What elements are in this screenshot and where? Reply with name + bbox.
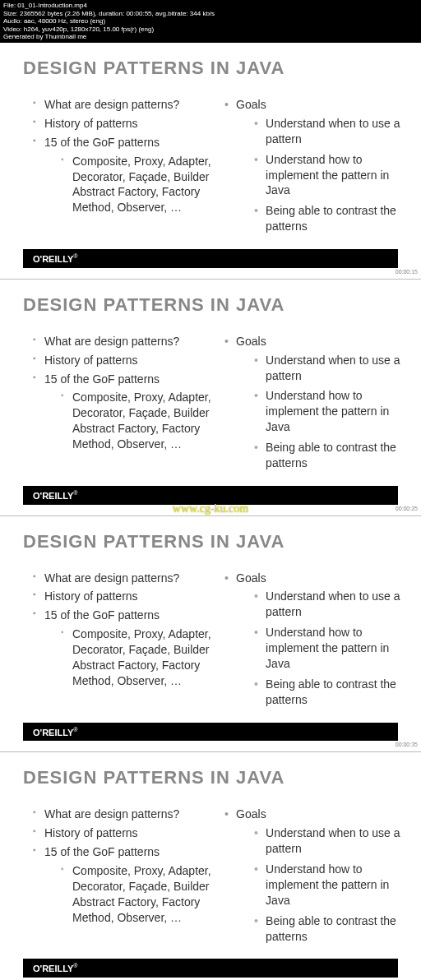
col-left: What are design patterns? History of pat…: [23, 571, 218, 713]
timestamp: 00:00:25: [396, 506, 418, 511]
footer-brand: O'REILLY: [33, 964, 73, 973]
sub-item: Understand how to implement the pattern …: [254, 152, 405, 199]
col-left: What are design patterns? History of pat…: [23, 334, 218, 476]
list-item-label: Goals: [236, 807, 266, 821]
list-item: What are design patterns?: [33, 807, 218, 822]
list-item: Goals Understand when to use a pattern U…: [224, 807, 405, 944]
reg-mark: ®: [73, 253, 77, 259]
thumbnail-slide: DESIGN PATTERNS IN JAVA What are design …: [0, 43, 421, 268]
timestamp-row: 00:00:35: [0, 741, 421, 752]
list-item: History of patterns: [33, 589, 218, 604]
meta-generator: Generated by Thumbnail me: [3, 33, 418, 41]
list-item: What are design patterns?: [33, 334, 218, 349]
slide-columns: What are design patterns? History of pat…: [23, 97, 398, 239]
watermark: www.cg-ku.com: [173, 502, 248, 515]
left-list: What are design patterns? History of pat…: [23, 807, 218, 925]
footer-bar: O'REILLY®: [23, 723, 398, 742]
thumbnail-slide: DESIGN PATTERNS IN JAVA What are design …: [0, 280, 421, 505]
col-right: Goals Understand when to use a pattern U…: [224, 97, 405, 239]
list-item-label: Goals: [236, 98, 266, 111]
footer-brand: O'REILLY: [33, 491, 73, 501]
list-item: 15 of the GoF patterns Composite, Proxy,…: [33, 844, 218, 925]
list-item: History of patterns: [33, 825, 218, 841]
sub-item: Being able to contrast the patterns: [254, 440, 405, 471]
col-right: Goals Understand when to use a pattern U…: [224, 807, 405, 949]
right-sub-list: Understand when to use a pattern Underst…: [236, 353, 405, 471]
col-right: Goals Understand when to use a pattern U…: [224, 334, 405, 476]
sub-item: Composite, Proxy, Adapter, Decorator, Fa…: [61, 390, 218, 452]
col-left: What are design patterns? History of pat…: [23, 807, 218, 949]
list-item: Goals Understand when to use a pattern U…: [224, 571, 405, 708]
left-sub-list: Composite, Proxy, Adapter, Decorator, Fa…: [44, 863, 218, 926]
list-item: What are design patterns?: [33, 571, 218, 586]
sub-item: Composite, Proxy, Adapter, Decorator, Fa…: [61, 863, 218, 926]
right-list: Goals Understand when to use a pattern U…: [224, 97, 405, 234]
list-item-label: 15 of the GoF patterns: [44, 372, 160, 386]
footer-bar: O'REILLY®: [23, 959, 398, 978]
meta-size: Size: 2365562 bytes (2.26 MiB), duration…: [3, 10, 418, 18]
meta-audio: Audio: aac, 48000 Hz, stereo (eng): [3, 17, 418, 25]
sub-item: Understand when to use a pattern: [254, 116, 405, 147]
sub-item: Being able to contrast the patterns: [254, 913, 405, 945]
left-sub-list: Composite, Proxy, Adapter, Decorator, Fa…: [44, 390, 218, 452]
reg-mark: ®: [73, 963, 77, 968]
slide-title: DESIGN PATTERNS IN JAVA: [23, 58, 398, 79]
timestamp: 00:00:15: [396, 269, 418, 275]
reg-mark: ®: [73, 727, 77, 733]
right-sub-list: Understand when to use a pattern Underst…: [236, 825, 405, 944]
list-item-label: 15 of the GoF patterns: [44, 845, 160, 858]
sub-item: Being able to contrast the patterns: [254, 203, 405, 234]
list-item-label: Goals: [236, 335, 266, 348]
sub-item: Composite, Proxy, Adapter, Decorator, Fa…: [61, 626, 218, 689]
right-sub-list: Understand when to use a pattern Underst…: [236, 589, 405, 707]
sub-item: Being able to contrast the patterns: [254, 677, 405, 708]
sub-item: Understand how to implement the pattern …: [254, 388, 405, 435]
left-sub-list: Composite, Proxy, Adapter, Decorator, Fa…: [44, 626, 218, 689]
list-item: 15 of the GoF patterns Composite, Proxy,…: [33, 135, 218, 215]
slide-columns: What are design patterns? History of pat…: [23, 571, 398, 713]
meta-video: Video: h264, yuv420p, 1280x720, 15.00 fp…: [3, 25, 418, 34]
thumbnail-slide: DESIGN PATTERNS IN JAVA What are design …: [0, 516, 421, 742]
slide-title: DESIGN PATTERNS IN JAVA: [23, 767, 398, 788]
list-item: 15 of the GoF patterns Composite, Proxy,…: [33, 372, 218, 452]
left-list: What are design patterns? History of pat…: [23, 97, 218, 215]
timestamp-row: 00:00:15: [0, 268, 421, 280]
sub-item: Understand when to use a pattern: [254, 353, 405, 384]
right-list: Goals Understand when to use a pattern U…: [224, 571, 405, 708]
list-item-label: 15 of the GoF patterns: [44, 136, 160, 149]
col-right: Goals Understand when to use a pattern U…: [224, 571, 405, 713]
slide-columns: What are design patterns? History of pat…: [23, 334, 398, 476]
right-list: Goals Understand when to use a pattern U…: [224, 807, 405, 944]
list-item: History of patterns: [33, 353, 218, 368]
footer-brand: O'REILLY: [33, 727, 73, 737]
video-metadata-header: File: 01_01-Introduction.mp4 Size: 23655…: [0, 0, 421, 43]
sub-item: Composite, Proxy, Adapter, Decorator, Fa…: [61, 154, 218, 216]
list-item-label: Goals: [236, 571, 266, 585]
footer-brand: O'REILLY: [33, 254, 73, 264]
list-item: Goals Understand when to use a pattern U…: [224, 97, 405, 234]
col-left: What are design patterns? History of pat…: [23, 97, 218, 239]
slide-title: DESIGN PATTERNS IN JAVA: [23, 531, 398, 552]
footer-bar: O'REILLY®: [23, 249, 398, 268]
slide-title: DESIGN PATTERNS IN JAVA: [23, 294, 398, 316]
sub-item: Understand when to use a pattern: [254, 589, 405, 620]
right-list: Goals Understand when to use a pattern U…: [224, 334, 405, 471]
sub-item: Understand when to use a pattern: [254, 825, 405, 857]
sub-item: Understand how to implement the pattern …: [254, 625, 405, 672]
list-item: 15 of the GoF patterns Composite, Proxy,…: [33, 608, 218, 688]
timestamp-row: 00:00:25 www.cg-ku.com: [0, 505, 421, 516]
thumbnail-slide: DESIGN PATTERNS IN JAVA What are design …: [0, 752, 421, 978]
timestamp: 00:00:35: [396, 742, 418, 747]
left-sub-list: Composite, Proxy, Adapter, Decorator, Fa…: [44, 154, 218, 216]
list-item: Goals Understand when to use a pattern U…: [224, 334, 405, 471]
meta-file: File: 01_01-Introduction.mp4: [3, 2, 418, 10]
right-sub-list: Understand when to use a pattern Underst…: [236, 116, 405, 234]
sub-item: Understand how to implement the pattern …: [254, 862, 405, 908]
left-list: What are design patterns? History of pat…: [23, 571, 218, 689]
reg-mark: ®: [73, 490, 77, 496]
left-list: What are design patterns? History of pat…: [23, 334, 218, 452]
list-item-label: 15 of the GoF patterns: [44, 608, 160, 622]
slide-columns: What are design patterns? History of pat…: [23, 807, 398, 949]
list-item: History of patterns: [33, 116, 218, 132]
list-item: What are design patterns?: [33, 97, 218, 113]
